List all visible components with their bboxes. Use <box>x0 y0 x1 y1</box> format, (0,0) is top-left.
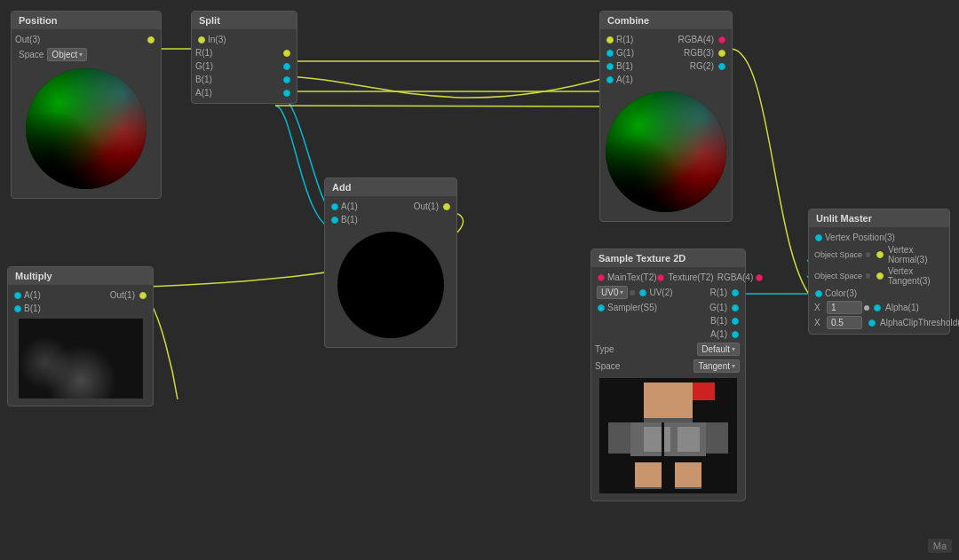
sample-type-row: Type Default ▾ <box>595 341 741 358</box>
combine-node[interactable]: Combine R(1) RGBA(4) G(1) RGB(3) B(1) RG… <box>599 11 733 222</box>
split-r-row: R(1) <box>195 46 293 59</box>
combine-node-header: Combine <box>600 12 732 29</box>
sample-g-out-label: G(1) <box>709 303 727 312</box>
position-space-value: Object <box>52 50 77 59</box>
split-b-label: B(1) <box>195 75 212 84</box>
sample-maintex-row: MainTex(T2) Texture(T2) RGBA(4) <box>595 271 741 284</box>
unlit-vertex-normal-port[interactable] <box>876 251 884 258</box>
unlit-color-port[interactable] <box>815 290 822 297</box>
sample-sampler-port[interactable] <box>598 304 605 312</box>
combine-rgb-port[interactable] <box>718 50 725 57</box>
combine-r-in-port[interactable] <box>606 36 614 43</box>
sample-space-value: Tangent <box>698 361 730 371</box>
combine-b-label: B(1) <box>616 61 633 71</box>
position-out-port[interactable] <box>147 36 155 43</box>
split-g-port[interactable] <box>283 63 290 70</box>
position-node[interactable]: Position Out(3) Space Object ▾ <box>11 11 162 199</box>
sample-type-dropdown[interactable]: Default ▾ <box>697 343 740 356</box>
unlit-color-row: Color(3) <box>812 287 946 300</box>
combine-g-row: G(1) RGB(3) <box>604 46 728 59</box>
add-out-port[interactable] <box>443 203 450 210</box>
sample-space-dropdown[interactable]: Tangent ▾ <box>693 359 740 373</box>
combine-rgba-port[interactable] <box>718 36 725 43</box>
sample-maintex-label: MainTex(T2) <box>607 272 657 282</box>
sample-uv0-arrow: ▾ <box>620 288 623 296</box>
combine-b-in-port[interactable] <box>606 63 614 70</box>
split-in-row: In(3) <box>195 33 293 46</box>
unlit-master-node[interactable]: Unlit Master Vertex Position(3) Object S… <box>808 209 950 335</box>
split-r-port[interactable] <box>283 50 290 57</box>
sample-texture-node[interactable]: Sample Texture 2D MainTex(T2) Texture(T2… <box>590 248 746 501</box>
sample-space-arrow: ▾ <box>732 362 735 370</box>
unlit-vertex-pos-label: Vertex Position(3) <box>825 233 895 242</box>
multiply-b-row: B(1) <box>12 302 149 315</box>
position-space-row: Space Object ▾ <box>15 46 157 63</box>
unlit-vertex-normal-label: Vertex Normal(3) <box>888 245 944 264</box>
unlit-alpha-dot <box>864 305 869 311</box>
multiply-out-port[interactable] <box>139 292 147 299</box>
add-a-row: A(1) Out(1) <box>329 200 453 213</box>
split-a-port[interactable] <box>283 90 290 97</box>
unlit-alphaclip-input[interactable]: 0.5 <box>827 316 862 329</box>
add-node[interactable]: Add A(1) Out(1) B(1) <box>324 177 457 348</box>
unlit-color-label: Color(3) <box>825 288 857 298</box>
split-b-port[interactable] <box>283 76 290 83</box>
combine-rg-port[interactable] <box>718 63 725 70</box>
add-a-in-port[interactable] <box>331 203 338 210</box>
add-a-label: A(1) <box>341 201 358 211</box>
add-b-label: B(1) <box>341 215 358 225</box>
split-g-row: G(1) <box>195 59 293 73</box>
sample-g-out-port[interactable] <box>732 304 739 312</box>
add-b-row: B(1) <box>329 213 453 226</box>
split-in-label: In(3) <box>208 35 226 44</box>
unlit-obj-space-2: Object Space <box>814 272 862 280</box>
unlit-alpha-label: Alpha(1) <box>885 303 919 312</box>
sample-type-arrow: ▾ <box>732 345 735 353</box>
combine-rgba-label: RGBA(4) <box>678 35 714 44</box>
unlit-alphaclip-row: X 0.5 AlphaClipThreshold(1) <box>812 315 946 330</box>
sample-a-out-port[interactable] <box>732 331 739 338</box>
multiply-a-in-port[interactable] <box>14 292 21 299</box>
unlit-alpha-input[interactable]: 1 <box>827 301 862 314</box>
multiply-node[interactable]: Multiply A(1) Out(1) B(1) <box>7 266 154 406</box>
combine-g-in-port[interactable] <box>606 50 614 57</box>
split-node[interactable]: Split In(3) R(1) G(1) B(1) A(1) <box>191 11 297 104</box>
unlit-vertex-pos-row: Vertex Position(3) <box>812 231 946 244</box>
position-space-label: Space <box>19 50 44 59</box>
sample-maintex-port[interactable] <box>598 274 605 281</box>
sample-uv-port[interactable] <box>639 289 646 296</box>
add-preview <box>337 232 444 338</box>
add-b-in-port[interactable] <box>331 217 338 224</box>
unlit-alphaclip-port[interactable] <box>868 319 876 327</box>
sample-a-row: A(1) <box>595 327 741 341</box>
sample-texture-header: Sample Texture 2D <box>591 249 745 267</box>
sample-uv0-dropdown[interactable]: UV0 ▾ <box>597 286 628 299</box>
add-node-header: Add <box>325 178 456 196</box>
combine-a-label: A(1) <box>616 75 633 84</box>
position-out-label: Out(3) <box>15 35 40 44</box>
unlit-alpha-port[interactable] <box>874 304 881 312</box>
multiply-out-label: Out(1) <box>110 290 135 300</box>
unlit-alphaclip-label: AlphaClipThreshold(1) <box>880 318 959 327</box>
multiply-b-in-port[interactable] <box>14 305 21 312</box>
split-a-label: A(1) <box>195 88 212 98</box>
unlit-vertex-tangent-port[interactable] <box>876 272 884 280</box>
combine-a-in-port[interactable] <box>606 76 614 83</box>
sample-space-label: Space <box>595 361 620 371</box>
sample-space-row: Space Tangent ▾ <box>595 358 741 375</box>
sample-r-out-port[interactable] <box>732 289 739 296</box>
sample-rgba-out-label: RGBA(4) <box>717 272 754 282</box>
sample-texture-out-port[interactable] <box>657 274 664 281</box>
position-space-dropdown[interactable]: Object ▾ <box>47 48 87 61</box>
unlit-x1-label: X <box>814 303 825 312</box>
bottom-right-label: Ma <box>928 539 952 553</box>
sample-b-out-port[interactable] <box>732 318 739 325</box>
sample-rgba-out-port[interactable] <box>756 274 763 281</box>
unlit-alpha-row: X 1 Alpha(1) <box>812 300 946 315</box>
combine-rgb-label: RGB(3) <box>684 48 714 58</box>
multiply-b-label: B(1) <box>24 304 41 313</box>
split-in-port[interactable] <box>198 36 205 43</box>
sample-uv-dot <box>630 290 635 296</box>
sample-b-row: B(1) <box>595 314 741 327</box>
unlit-vertex-pos-port[interactable] <box>815 234 822 241</box>
